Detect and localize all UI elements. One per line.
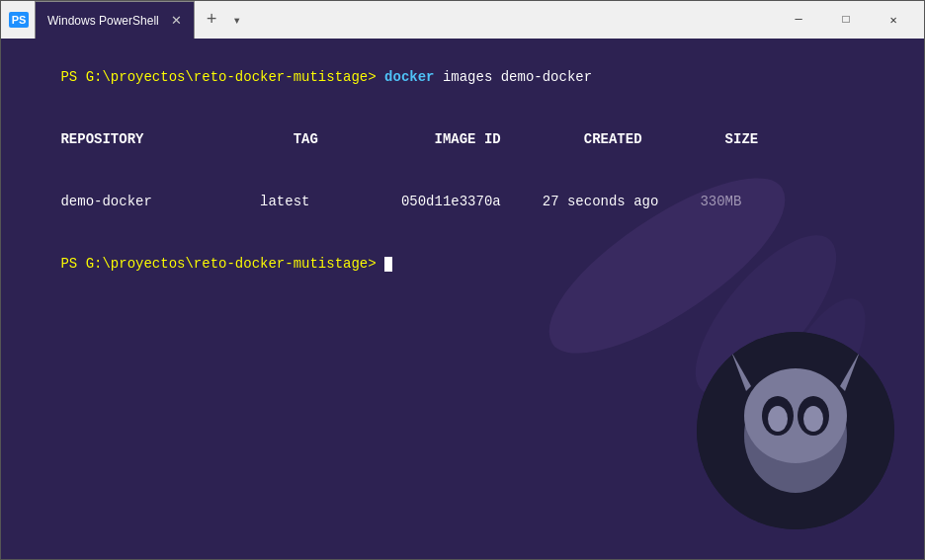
tab-label: Windows PowerShell <box>47 14 159 28</box>
close-button[interactable]: ✕ <box>871 1 916 39</box>
minimize-button[interactable]: ─ <box>776 1 821 39</box>
new-tab-button[interactable]: + <box>201 10 223 30</box>
mascot-circle <box>697 332 894 529</box>
col-size-label: SIZE <box>725 131 759 147</box>
data-created-space <box>501 194 543 209</box>
cmd-rest: images demo-docker <box>435 69 593 85</box>
terminal-header-line: REPOSITORY TAG IMAGE ID CREATED SIZE <box>11 109 914 171</box>
tab-close-button[interactable]: ✕ <box>171 13 182 28</box>
main-window: PS Windows PowerShell ✕ + ▾ ─ □ ✕ <box>0 0 925 560</box>
window-controls: ─ □ ✕ <box>776 1 916 39</box>
maximize-button[interactable]: □ <box>823 1 869 39</box>
col-created-label: CREATED <box>584 131 642 147</box>
app-icon: PS <box>9 12 29 28</box>
data-imageid-space <box>309 194 400 209</box>
col-created-space <box>501 131 584 147</box>
cmd-docker: docker <box>384 69 434 85</box>
tab-dropdown-button[interactable]: ▾ <box>229 12 245 29</box>
terminal-line-1: PS G:\proyectos\reto-docker-mutistage> d… <box>11 46 914 109</box>
prompt-2: PS G:\proyectos\reto-docker-mutistage> <box>60 256 384 272</box>
active-tab[interactable]: Windows PowerShell ✕ <box>35 1 195 39</box>
cursor <box>384 257 392 272</box>
data-repo: demo-docker <box>60 194 151 209</box>
col-size-space <box>642 131 725 147</box>
col-tag <box>143 131 293 147</box>
svg-point-6 <box>803 406 823 432</box>
prompt-1: PS G:\proyectos\reto-docker-mutistage> <box>60 69 384 85</box>
data-tag: latest <box>260 194 309 209</box>
mascot-svg <box>697 332 894 529</box>
col-imageid-label: IMAGE ID <box>435 131 501 147</box>
data-tag-space <box>152 194 260 209</box>
svg-point-2 <box>744 368 847 463</box>
col-repository: REPOSITORY <box>60 131 143 147</box>
titlebar: PS Windows PowerShell ✕ + ▾ ─ □ ✕ <box>1 1 924 39</box>
svg-point-4 <box>768 406 788 432</box>
col-imageid-space <box>318 131 435 147</box>
terminal-body[interactable]: PS G:\proyectos\reto-docker-mutistage> d… <box>1 39 924 559</box>
data-created: 27 seconds ago <box>543 194 659 209</box>
col-tag-label: TAG <box>294 131 318 147</box>
data-imageid: 050d11e3370a <box>401 194 501 209</box>
